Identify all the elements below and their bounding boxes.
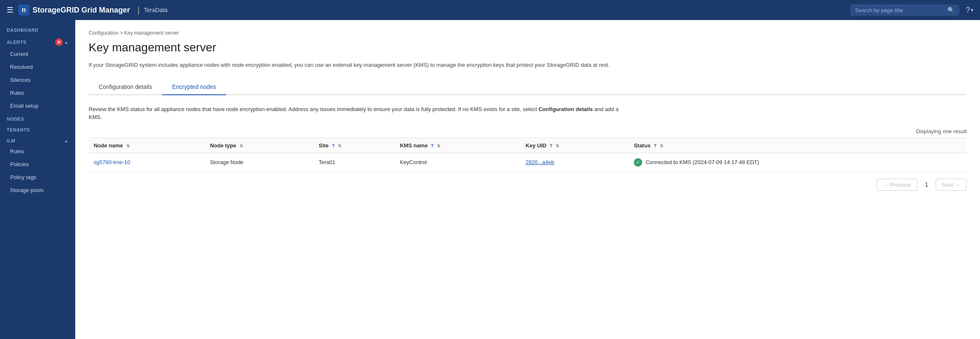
alerts-chevron: ▲ bbox=[64, 40, 69, 45]
ilm-label: ILM bbox=[7, 138, 15, 143]
tab-description-bold[interactable]: Configuration details bbox=[538, 106, 593, 112]
tenant-name: TeraData bbox=[144, 7, 168, 13]
tab-encrypted-nodes[interactable]: Encrypted nodes bbox=[162, 79, 226, 95]
sort-icon-site[interactable]: ⇅ bbox=[338, 144, 341, 148]
cell-key-uid: 2820...a4eb bbox=[521, 153, 629, 172]
sort-icon-node-name[interactable]: ⇅ bbox=[126, 144, 130, 148]
prev-arrow-icon: ← bbox=[883, 182, 888, 188]
search-input[interactable] bbox=[855, 7, 945, 13]
menu-icon[interactable]: ☰ bbox=[7, 5, 13, 15]
cell-site: Tera01 bbox=[314, 153, 395, 172]
search-box[interactable]: 🔍 bbox=[850, 5, 959, 15]
app-layout: DASHBOARD ALERTS ✕ ▲ Current Resolved Si… bbox=[0, 20, 980, 339]
alerts-label: ALERTS bbox=[7, 40, 26, 45]
pagination: ← Previous 1 Next → bbox=[89, 172, 967, 197]
page-description: If your StorageGRID system includes appl… bbox=[89, 61, 632, 69]
sidebar-item-rules[interactable]: Rules bbox=[0, 145, 75, 158]
sidebar-section-nodes[interactable]: NODES bbox=[0, 112, 75, 123]
app-title: StorageGRID Grid Manager bbox=[33, 6, 130, 15]
sort-icon-status[interactable]: ⇅ bbox=[660, 144, 663, 148]
tab-description: Review the KMS status for all appliance … bbox=[89, 105, 632, 121]
key-uid-link[interactable]: 2820...a4eb bbox=[526, 159, 554, 165]
navbar: ☰ n StorageGRID Grid Manager | TeraData … bbox=[0, 0, 980, 20]
sort-icon-node-type[interactable]: ⇅ bbox=[240, 144, 243, 148]
sidebar-section-alerts[interactable]: ALERTS ✕ ▲ bbox=[0, 34, 75, 48]
page-number: 1 bbox=[921, 181, 932, 188]
table-row: sg5760-tme-10 Storage Node Tera01 KeyCon… bbox=[89, 153, 967, 172]
sidebar-item-policy-tags[interactable]: Policy tags bbox=[0, 171, 75, 184]
alerts-badge: ✕ bbox=[55, 38, 63, 46]
cell-node-name: sg5760-tme-10 bbox=[89, 153, 205, 172]
cell-node-type: Storage Node bbox=[205, 153, 314, 172]
logo-box: n bbox=[18, 5, 29, 15]
tab-configuration-details[interactable]: Configuration details bbox=[89, 79, 162, 95]
tabs: Configuration details Encrypted nodes bbox=[89, 79, 967, 95]
chevron-down-icon[interactable]: ▾ bbox=[971, 7, 973, 13]
sidebar-item-current[interactable]: Current bbox=[0, 48, 75, 61]
next-arrow-icon: → bbox=[955, 182, 960, 188]
status-ok-icon: ✓ bbox=[634, 158, 642, 167]
sidebar-section-tenants[interactable]: TENANTS bbox=[0, 123, 75, 134]
previous-button[interactable]: ← Previous bbox=[877, 179, 918, 191]
navbar-divider: | bbox=[138, 5, 140, 15]
help-icon-kms[interactable]: ? bbox=[431, 143, 434, 148]
next-button[interactable]: Next → bbox=[936, 179, 967, 191]
main-content: Configuration > Key management server Ke… bbox=[75, 20, 980, 339]
sidebar-item-storage-pools[interactable]: Storage pools bbox=[0, 184, 75, 197]
cell-kms-name: KeyControl bbox=[395, 153, 521, 172]
app-logo: n StorageGRID Grid Manager bbox=[18, 5, 130, 15]
col-status[interactable]: Status ? ⇅ bbox=[629, 138, 967, 153]
sidebar-item-rules-alerts[interactable]: Rules bbox=[0, 86, 75, 99]
cell-status: ✓ Connected to KMS (2024-07-09 14:17:48 … bbox=[629, 153, 967, 172]
status-text: Connected to KMS (2024-07-09 14:17:48 ED… bbox=[646, 159, 759, 165]
breadcrumb-current: Key management server bbox=[124, 30, 179, 36]
sidebar-item-policies[interactable]: Policies bbox=[0, 158, 75, 171]
result-count: Displaying one result bbox=[89, 128, 967, 134]
sidebar-item-email-setup[interactable]: Email setup bbox=[0, 99, 75, 112]
table-header-row: Node name ⇅ Node type ⇅ Site ? ⇅ bbox=[89, 138, 967, 153]
sidebar-item-resolved[interactable]: Resolved bbox=[0, 61, 75, 73]
col-node-type[interactable]: Node type ⇅ bbox=[205, 138, 314, 153]
help-icon[interactable]: ? bbox=[966, 6, 970, 15]
help-icon-status[interactable]: ? bbox=[654, 143, 657, 148]
page-title: Key management server bbox=[89, 41, 967, 54]
tab-description-text: Review the KMS status for all appliance … bbox=[89, 106, 538, 112]
status-cell: ✓ Connected to KMS (2024-07-09 14:17:48 … bbox=[634, 158, 962, 167]
col-key-uid[interactable]: Key UID ? ⇅ bbox=[521, 138, 629, 153]
previous-label: Previous bbox=[890, 182, 911, 188]
breadcrumb-separator: > bbox=[120, 30, 124, 36]
sidebar-section-dashboard[interactable]: DASHBOARD bbox=[0, 23, 75, 34]
col-kms-name[interactable]: KMS name ? ⇅ bbox=[395, 138, 521, 153]
sidebar: DASHBOARD ALERTS ✕ ▲ Current Resolved Si… bbox=[0, 20, 75, 339]
sidebar-section-ilm[interactable]: ILM ▲ bbox=[0, 134, 75, 145]
node-name-link[interactable]: sg5760-tme-10 bbox=[94, 159, 130, 165]
col-site[interactable]: Site ? ⇅ bbox=[314, 138, 395, 153]
help-icon-key-uid[interactable]: ? bbox=[550, 143, 553, 148]
content-area: Configuration > Key management server Ke… bbox=[75, 20, 980, 207]
search-icon: 🔍 bbox=[947, 7, 954, 13]
help-icon-site[interactable]: ? bbox=[332, 143, 335, 148]
breadcrumb-parent[interactable]: Configuration bbox=[89, 30, 118, 36]
encrypted-nodes-table: Node name ⇅ Node type ⇅ Site ? ⇅ bbox=[89, 138, 967, 172]
next-label: Next bbox=[942, 182, 953, 188]
sort-icon-kms[interactable]: ⇅ bbox=[437, 144, 440, 148]
col-node-name[interactable]: Node name ⇅ bbox=[89, 138, 205, 153]
ilm-chevron: ▲ bbox=[64, 139, 69, 143]
breadcrumb: Configuration > Key management server bbox=[89, 30, 967, 36]
sort-icon-key-uid[interactable]: ⇅ bbox=[556, 144, 559, 148]
sidebar-item-silences[interactable]: Silences bbox=[0, 73, 75, 86]
